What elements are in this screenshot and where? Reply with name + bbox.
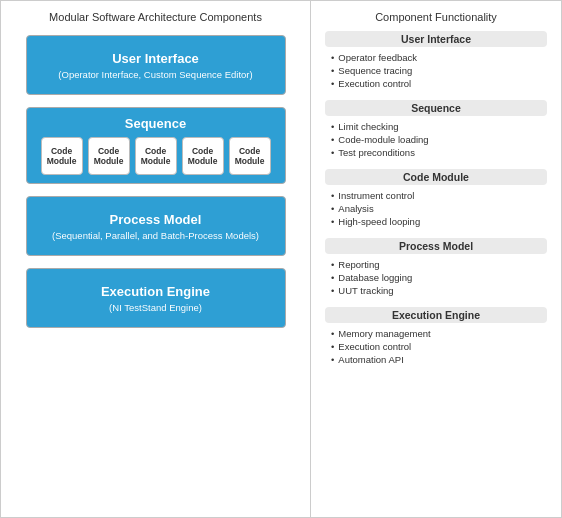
- func-item-code-2: Analysis: [331, 202, 547, 215]
- func-item-pm-1: Reporting: [331, 258, 547, 271]
- execution-engine-subtitle: (NI TestStand Engine): [109, 302, 202, 313]
- process-model-subtitle: (Sequential, Parallel, and Batch-Process…: [52, 230, 259, 241]
- func-item-seq-3: Test preconditions: [331, 146, 547, 159]
- func-item-ui-3: Execution control: [331, 77, 547, 90]
- func-section-ui-title: User Interface: [325, 31, 547, 47]
- func-section-pm: Process Model Reporting Database logging…: [325, 238, 547, 297]
- func-item-ee-3: Automation API: [331, 353, 547, 366]
- left-panel-title: Modular Software Architecture Components: [49, 11, 262, 23]
- process-model-title: Process Model: [110, 212, 202, 227]
- func-section-ui: User Interface Operator feedback Sequenc…: [325, 31, 547, 90]
- code-module-4: CodeModule: [182, 137, 224, 175]
- process-model-box: Process Model (Sequential, Parallel, and…: [26, 196, 286, 256]
- func-item-ui-2: Sequence tracing: [331, 64, 547, 77]
- func-item-ee-2: Execution control: [331, 340, 547, 353]
- func-item-pm-2: Database logging: [331, 271, 547, 284]
- func-items-code: Instrument control Analysis High-speed l…: [325, 189, 547, 228]
- func-items-seq: Limit checking Code-module loading Test …: [325, 120, 547, 159]
- right-panel: Component Functionality User Interface O…: [311, 1, 561, 517]
- left-panel: Modular Software Architecture Components…: [1, 1, 311, 517]
- func-section-ee-title: Execution Engine: [325, 307, 547, 323]
- func-item-pm-3: UUT tracking: [331, 284, 547, 297]
- user-interface-subtitle: (Operator Interface, Custom Sequence Edi…: [58, 69, 252, 80]
- func-item-seq-2: Code-module loading: [331, 133, 547, 146]
- func-item-ui-1: Operator feedback: [331, 51, 547, 64]
- code-modules-row: CodeModule CodeModule CodeModule CodeMod…: [41, 137, 271, 175]
- func-section-ee: Execution Engine Memory management Execu…: [325, 307, 547, 366]
- func-item-code-1: Instrument control: [331, 189, 547, 202]
- func-section-code: Code Module Instrument control Analysis …: [325, 169, 547, 228]
- func-items-ee: Memory management Execution control Auto…: [325, 327, 547, 366]
- execution-engine-title: Execution Engine: [101, 284, 210, 299]
- func-section-code-title: Code Module: [325, 169, 547, 185]
- code-module-2: CodeModule: [88, 137, 130, 175]
- execution-engine-box: Execution Engine (NI TestStand Engine): [26, 268, 286, 328]
- user-interface-box: User Interface (Operator Interface, Cust…: [26, 35, 286, 95]
- code-module-5: CodeModule: [229, 137, 271, 175]
- user-interface-title: User Interface: [112, 51, 199, 66]
- sequence-box: Sequence CodeModule CodeModule CodeModul…: [26, 107, 286, 184]
- func-section-seq-title: Sequence: [325, 100, 547, 116]
- code-module-3: CodeModule: [135, 137, 177, 175]
- func-section-seq: Sequence Limit checking Code-module load…: [325, 100, 547, 159]
- func-items-pm: Reporting Database logging UUT tracking: [325, 258, 547, 297]
- right-panel-title: Component Functionality: [325, 11, 547, 23]
- func-item-code-3: High-speed looping: [331, 215, 547, 228]
- main-container: Modular Software Architecture Components…: [0, 0, 562, 518]
- func-item-seq-1: Limit checking: [331, 120, 547, 133]
- code-module-1: CodeModule: [41, 137, 83, 175]
- func-section-pm-title: Process Model: [325, 238, 547, 254]
- sequence-title: Sequence: [125, 116, 186, 131]
- func-item-ee-1: Memory management: [331, 327, 547, 340]
- func-items-ui: Operator feedback Sequence tracing Execu…: [325, 51, 547, 90]
